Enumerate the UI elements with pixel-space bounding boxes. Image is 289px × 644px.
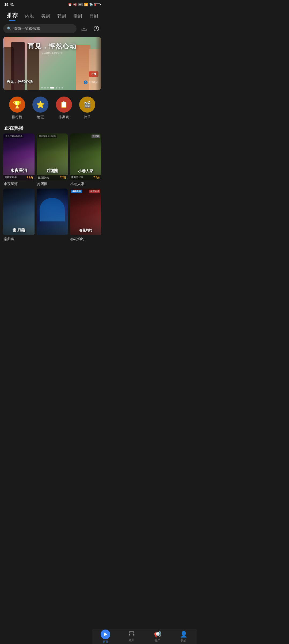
ranking-label: 排行榜	[12, 115, 22, 120]
update-text-1: 更新至10集	[5, 176, 17, 179]
card-name-2: 好团圆	[37, 182, 68, 186]
card-name-6: 春花灼灼	[70, 237, 101, 241]
content-grid-row2: 秦·归燕 秦归燕 春花灼灼 优酷出品 生花剧场 春花灼灼	[0, 189, 104, 241]
status-bar: 19:41 ⏰ 🔇 HD 📶 📡	[0, 0, 104, 8]
nav-tabs: 推荐 内地 美剧 韩剧 泰剧 日剧 港剧	[0, 8, 104, 22]
card-badge-youku: 优酷出品	[71, 190, 82, 193]
follow-icon-circle: ⭐	[32, 97, 48, 113]
card-img-5	[37, 189, 68, 235]
card-badge-shenghua: 生花剧场	[89, 190, 100, 193]
card-subtitle-2: Our Day	[48, 167, 57, 170]
download-button[interactable]	[79, 24, 89, 33]
card-name-1: 永夜星河	[3, 182, 35, 186]
card-score-1: 7.9分	[27, 176, 33, 179]
video-icon: 🎬	[84, 101, 91, 108]
wifi-icon: 📡	[89, 3, 93, 6]
tab-us-drama[interactable]: 美剧	[37, 12, 54, 22]
dot-7	[62, 87, 63, 89]
card-yongyexinghe[interactable]: 永夜星河 更新至10集 7.9分 腾讯视频自制剧集 永夜星河	[3, 133, 35, 186]
trophy-icon: 🏆	[13, 101, 21, 109]
status-icons: ⏰ 🔇 HD 📶 📡	[68, 3, 100, 6]
alarm-icon: ⏰	[68, 3, 72, 6]
quick-item-follow[interactable]: ⭐ 追更	[32, 97, 48, 120]
card-title-6: 春花灼灼	[79, 228, 92, 233]
banner-dots	[41, 87, 63, 89]
hd-icon: HD	[78, 3, 83, 6]
quick-item-schedule[interactable]: 📋 排期表	[56, 97, 72, 120]
calendar-icon: 📋	[60, 101, 67, 108]
banner-bottom-label: 再见，怦然心动	[6, 79, 33, 84]
playlist-icon-circle: 🎬	[79, 97, 95, 113]
card-badge-platform-2: 腾讯视频自制剧集	[38, 135, 57, 138]
tab-mainland[interactable]: 内地	[21, 12, 37, 22]
card-chunhua[interactable]: 春花灼灼 优酷出品 生花剧场 春花灼灼	[70, 189, 101, 241]
ranking-icon-circle: 🏆	[9, 97, 25, 113]
card-img-4: 秦·归燕	[3, 189, 35, 235]
tab-recommend[interactable]: 推荐	[3, 10, 21, 22]
card-title-1: 永夜星河	[10, 168, 27, 174]
banner-side-peek	[95, 37, 101, 90]
dot-6	[59, 87, 60, 89]
banner-carousel[interactable]: 再见，怦然心动 Jump, Lovers 开播 再见，怦然心动 企 腾讯视频	[3, 37, 101, 90]
schedule-icon-circle: 📋	[56, 97, 72, 113]
banner-area: 再见，怦然心动 Jump, Lovers 开播 再见，怦然心动 企 腾讯视频	[0, 36, 104, 92]
star-icon: ⭐	[36, 101, 45, 109]
update-text-3: 更新至13集	[71, 176, 83, 179]
card-img-6: 春花灼灼 优酷出品 生花剧场	[70, 189, 101, 235]
quick-icons: 🏆 排行榜 ⭐ 追更 📋 排期表 🎬 片单	[0, 92, 104, 122]
tab-korean[interactable]: 韩剧	[54, 12, 70, 22]
quick-item-playlist[interactable]: 🎬 片单	[79, 97, 95, 120]
card-4[interactable]: 秦·归燕 秦归燕	[3, 189, 35, 241]
search-box[interactable]: 🔍 微微一笑很倾城	[3, 24, 77, 33]
banner-subtitle: Jump, Lovers	[42, 51, 63, 54]
search-row: 🔍 微微一笑很倾城	[0, 22, 104, 36]
signal-icon: 📶	[84, 3, 88, 6]
card-haotuan[interactable]: 好团圆 Our Day 更新至9集 7.2分 腾讯视频自制剧集 好团圆	[37, 133, 68, 186]
card-img-3: 小巷人家 更新至13集 7.5分 云视频	[70, 133, 101, 180]
playlist-label: 片单	[84, 115, 91, 120]
search-icon: 🔍	[7, 26, 12, 31]
card-name-3: 小巷人家	[70, 182, 101, 186]
banner-title: 再见，怦然心动	[28, 42, 77, 51]
card-badge-platform-1: 腾讯视频自制剧集	[4, 135, 24, 138]
dot-4-active	[50, 87, 54, 89]
card-update-1: 更新至10集 7.9分	[3, 175, 35, 180]
follow-label: 追更	[37, 115, 44, 120]
card-badge-yunshi: 云视频	[92, 135, 100, 138]
dot-3	[47, 87, 49, 89]
card-score-3: 7.5分	[93, 176, 100, 179]
mute-icon: 🔇	[73, 3, 77, 6]
card-xiaogang[interactable]: 小巷人家 更新至13集 7.5分 云视频 小巷人家	[70, 133, 101, 186]
tab-hk[interactable]: 港剧	[102, 12, 104, 22]
card-title-4: 秦·归燕	[13, 228, 25, 233]
card-name-4: 秦归燕	[3, 237, 35, 241]
status-time: 19:41	[4, 2, 14, 7]
dot-5	[56, 87, 57, 89]
card-img-2: 好团圆 Our Day 更新至9集 7.2分 腾讯视频自制剧集	[37, 133, 68, 180]
battery-icon	[94, 3, 100, 6]
schedule-label: 排期表	[59, 115, 69, 120]
card-update-3: 更新至13集 7.5分	[70, 175, 101, 180]
dot-1	[41, 87, 43, 89]
tab-thai[interactable]: 泰剧	[70, 12, 86, 22]
hot-section-title: 正在热播	[0, 122, 104, 133]
update-text-2: 更新至9集	[38, 176, 49, 179]
card-img-1: 永夜星河 更新至10集 7.9分 腾讯视频自制剧集	[3, 133, 35, 180]
card-title-3: 小巷人家	[78, 169, 93, 174]
history-button[interactable]	[92, 24, 101, 33]
dot-2	[44, 87, 46, 89]
tab-japanese[interactable]: 日剧	[86, 12, 102, 22]
card-update-2: 更新至9集 7.2分	[37, 175, 68, 180]
content-grid-row1: 永夜星河 更新至10集 7.9分 腾讯视频自制剧集 永夜星河 好团圆 Our D…	[0, 133, 104, 186]
card-5[interactable]	[37, 189, 68, 241]
quick-item-ranking[interactable]: 🏆 排行榜	[9, 97, 25, 120]
card-score-2: 7.2分	[60, 176, 66, 179]
tencent-logo: 企	[84, 80, 88, 84]
search-placeholder: 微微一笑很倾城	[14, 26, 40, 31]
